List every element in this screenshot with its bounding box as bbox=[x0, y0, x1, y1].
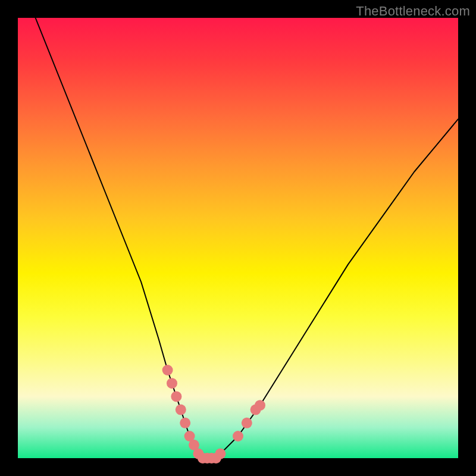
left-segment-dot bbox=[162, 365, 173, 375]
right-segment-dot bbox=[255, 400, 265, 411]
chart-svg bbox=[18, 18, 458, 458]
marker-group bbox=[162, 365, 265, 464]
right-segment-dot bbox=[233, 431, 243, 441]
bottleneck-curve bbox=[36, 18, 458, 458]
watermark-label: TheBottleneck.com bbox=[356, 4, 470, 19]
bottom-segment-dot bbox=[215, 449, 226, 459]
plot-area bbox=[18, 18, 458, 458]
right-segment-dot bbox=[242, 418, 252, 428]
chart-stage: TheBottleneck.com bbox=[0, 0, 476, 476]
curve-group bbox=[36, 18, 458, 458]
left-segment-dot bbox=[171, 391, 181, 402]
left-segment-dot bbox=[176, 405, 186, 415]
left-segment-dot bbox=[167, 378, 177, 389]
left-segment-dot bbox=[180, 418, 190, 428]
